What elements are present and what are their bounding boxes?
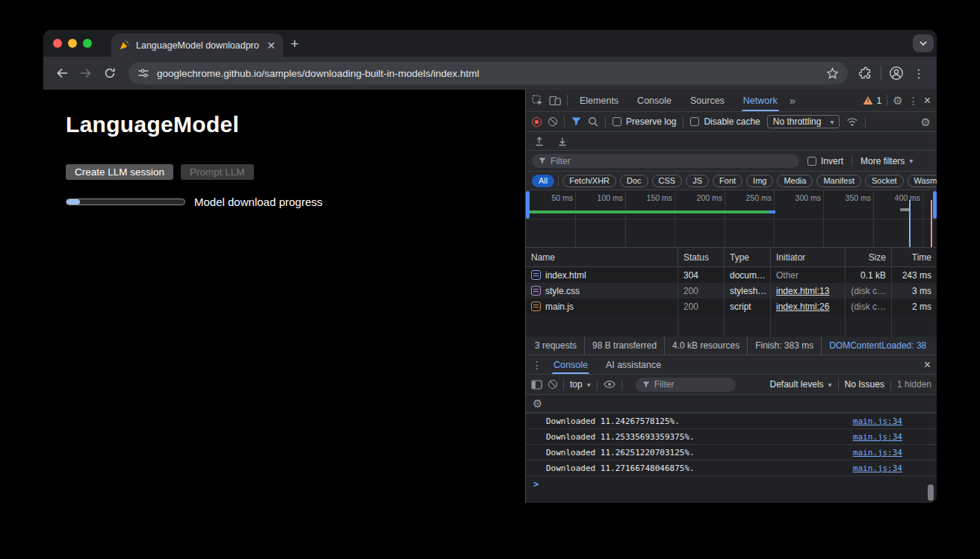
initiator-link[interactable]: index.html:13 xyxy=(776,286,829,296)
chip-doc[interactable]: Doc xyxy=(620,175,648,187)
chip-manifest[interactable]: Manifest xyxy=(816,175,861,187)
drawer-tab-console[interactable]: Console xyxy=(547,355,595,374)
browser-tab[interactable]: LanguageModel downloadpro ✕ xyxy=(111,34,283,57)
message-source-link[interactable]: main.js:34 xyxy=(853,432,902,442)
drawer-tab-ai-assistance[interactable]: AI assistance xyxy=(599,355,668,374)
drawer-menu-kebab-icon[interactable]: ⋮ xyxy=(532,360,542,370)
console-filter-input[interactable] xyxy=(654,379,729,390)
disable-cache-checkbox[interactable] xyxy=(690,117,699,126)
extensions-puzzle-icon[interactable] xyxy=(855,63,876,84)
chip-media[interactable]: Media xyxy=(777,175,813,187)
reload-icon[interactable] xyxy=(99,62,121,84)
inspect-element-icon[interactable] xyxy=(532,95,544,107)
browser-menu-kebab-icon[interactable]: ⋮ xyxy=(908,63,929,84)
preserve-log-checkbox[interactable] xyxy=(612,117,621,126)
devtools-close-icon[interactable]: × xyxy=(924,95,931,107)
more-tabs-icon[interactable]: » xyxy=(790,94,796,107)
network-settings-gear-icon[interactable]: ⚙ xyxy=(921,116,931,128)
close-window-button[interactable] xyxy=(53,39,62,48)
console-scrollbar-thumb[interactable] xyxy=(928,484,934,501)
device-toolbar-icon[interactable] xyxy=(549,95,562,107)
tab-elements[interactable]: Elements xyxy=(573,90,625,111)
context-selector[interactable]: top ▾ xyxy=(570,379,591,390)
column-header-type[interactable]: Type xyxy=(724,248,770,266)
drawer-close-icon[interactable]: × xyxy=(924,359,931,371)
network-overview-timeline[interactable]: 50 ms 100 ms 150 ms 200 ms 250 ms 300 ms… xyxy=(526,190,937,248)
initiator-link[interactable]: index.html:26 xyxy=(776,302,829,312)
table-row[interactable]: index.html 304 docum… Other 0.1 kB 243 m… xyxy=(526,267,937,283)
column-header-name[interactable]: Name xyxy=(526,248,677,266)
search-icon[interactable] xyxy=(588,116,598,127)
tab-search-button[interactable] xyxy=(913,34,934,52)
chip-font[interactable]: Font xyxy=(713,175,742,187)
bookmark-star-icon[interactable] xyxy=(826,67,839,80)
chip-css[interactable]: CSS xyxy=(652,175,683,187)
throttling-select[interactable]: No throttling ▾ xyxy=(767,115,840,128)
site-settings-icon[interactable] xyxy=(137,67,149,79)
devtools-settings-gear-icon[interactable]: ⚙ xyxy=(893,95,902,106)
chip-wasm[interactable]: Wasm xyxy=(908,175,937,187)
request-name: main.js xyxy=(545,302,574,312)
tab-sources[interactable]: Sources xyxy=(683,90,731,111)
overview-left-handle[interactable] xyxy=(526,191,530,219)
console-sidebar-toggle-icon[interactable] xyxy=(531,380,542,390)
table-row[interactable]: main.js 200 script index.html:26 (disk c… xyxy=(526,299,937,314)
address-bar[interactable]: googlechrome.github.io/samples/downloadi… xyxy=(128,62,848,84)
back-icon[interactable] xyxy=(51,62,73,84)
column-header-initiator[interactable]: Initiator xyxy=(770,248,845,266)
message-source-link[interactable]: main.js:34 xyxy=(853,448,902,457)
issues-counter[interactable]: ! 1 xyxy=(863,96,882,106)
column-header-time[interactable]: Time xyxy=(891,248,937,266)
column-header-size[interactable]: Size xyxy=(845,248,891,266)
tab-network[interactable]: Network xyxy=(736,90,784,111)
chip-js[interactable]: JS xyxy=(686,175,709,187)
message-source-link[interactable]: main.js:34 xyxy=(853,416,902,426)
record-network-log-icon[interactable] xyxy=(532,117,542,127)
table-header-row: Name Status Type Initiator Size Time xyxy=(526,248,937,267)
zoom-window-button[interactable] xyxy=(83,39,92,48)
invert-checkbox[interactable] xyxy=(807,157,816,166)
chip-img[interactable]: Img xyxy=(746,175,773,187)
create-llm-session-button[interactable]: Create LLM session xyxy=(66,164,173,180)
web-page: LanguageModel Create LLM session Prompt … xyxy=(43,90,525,503)
table-row[interactable]: style.css 200 stylesh… index.html:13 (di… xyxy=(526,283,937,299)
button-row: Create LLM session Prompt LLM xyxy=(66,164,525,180)
export-har-download-icon[interactable] xyxy=(557,136,568,146)
column-header-status[interactable]: Status xyxy=(677,248,724,266)
chip-fetch-xhr[interactable]: Fetch/XHR xyxy=(562,175,616,187)
clear-console-icon[interactable] xyxy=(548,380,557,389)
console-filter-field[interactable] xyxy=(636,378,736,392)
preserve-log-control[interactable]: Preserve log xyxy=(612,116,676,127)
log-levels-dropdown[interactable]: Default levels ▾ xyxy=(770,379,832,390)
message-source-link[interactable]: main.js:34 xyxy=(853,463,902,473)
chip-socket[interactable]: Socket xyxy=(865,175,904,187)
import-har-upload-icon[interactable] xyxy=(534,136,545,146)
request-size: (disk c… xyxy=(845,283,891,299)
network-filter-field[interactable] xyxy=(532,154,799,168)
chip-all[interactable]: All xyxy=(532,175,554,187)
overview-right-handle[interactable] xyxy=(933,191,937,219)
console-prompt[interactable]: > xyxy=(526,475,937,492)
tick-label: 50 ms xyxy=(551,193,573,202)
disable-cache-control[interactable]: Disable cache xyxy=(690,116,760,127)
network-filter-input[interactable] xyxy=(551,156,793,166)
hidden-messages-count[interactable]: 1 hidden xyxy=(897,379,931,390)
new-tab-button[interactable]: + xyxy=(291,37,299,51)
issues-status[interactable]: No Issues xyxy=(845,379,884,390)
request-status: 304 xyxy=(677,267,724,283)
minimize-window-button[interactable] xyxy=(68,39,77,48)
more-filters-dropdown[interactable]: More filters ▾ xyxy=(860,156,913,166)
tab-close-icon[interactable]: ✕ xyxy=(267,40,276,51)
forward-icon[interactable] xyxy=(75,62,97,84)
message-text: Downloaded 11.27166748046875%. xyxy=(546,463,695,473)
divider xyxy=(621,379,622,390)
invert-control[interactable]: Invert xyxy=(807,156,843,166)
profile-avatar-icon[interactable] xyxy=(886,63,907,84)
clear-network-log-icon[interactable] xyxy=(548,117,557,126)
network-conditions-wifi-icon[interactable] xyxy=(846,117,858,127)
tab-console[interactable]: Console xyxy=(630,90,678,111)
devtools-menu-kebab-icon[interactable]: ⋮ xyxy=(908,96,919,106)
eye-icon[interactable] xyxy=(604,380,615,389)
console-settings-gear-icon[interactable]: ⚙ xyxy=(533,398,542,409)
filter-funnel-icon[interactable] xyxy=(571,117,581,126)
